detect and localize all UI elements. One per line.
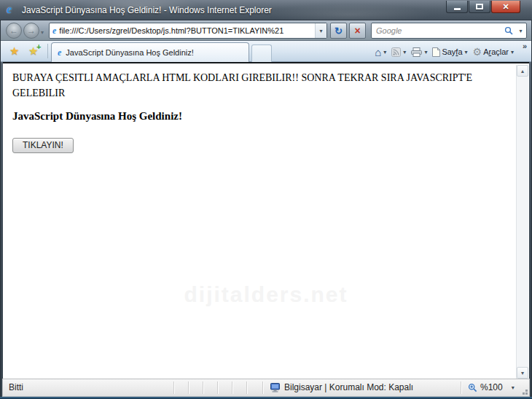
zoom-dropdown[interactable]: ▾ [512, 384, 515, 391]
toolbar-overflow-chevron[interactable]: » [523, 42, 527, 50]
close-icon: ✕ [502, 3, 509, 11]
page-content: BURAYA ÇESITLI AMAÇLARLA HTML KODLARI GI… [3, 62, 529, 379]
printer-icon [411, 47, 422, 57]
divider [173, 381, 174, 394]
resize-grip[interactable] [525, 392, 528, 395]
ie-logo-icon: e [7, 3, 12, 16]
address-bar[interactable]: e ▾ [49, 23, 327, 39]
status-bar: Bitti Bilgisayar | Korumalı Mod: Kapalı … [2, 379, 530, 397]
feeds-dropdown[interactable]: ▾ [403, 49, 406, 55]
tools-menu-dropdown[interactable]: ▾ [511, 49, 514, 55]
zone-label: Bilgisayar | Korumalı Mod: Kapalı [284, 382, 413, 392]
tiklayin-button[interactable]: TIKLAYIN! [12, 138, 74, 153]
window-controls: ✕ [445, 1, 520, 13]
tab-favicon-icon: e [58, 47, 61, 58]
page-favicon: e [52, 26, 56, 36]
scroll-down-icon[interactable]: ▾ [517, 367, 528, 379]
minimize-button[interactable] [446, 1, 468, 13]
page-menu-button[interactable]: Sayfa ▾ [431, 47, 469, 58]
add-favorite-icon[interactable]: ★+ [28, 44, 38, 58]
browser-window: e JavaScript Dünyasına Hoş Geldiniz! - W… [0, 0, 532, 399]
divider [262, 381, 263, 394]
print-button[interactable]: ▾ [410, 47, 429, 58]
minimize-icon [454, 8, 461, 10]
address-dropdown[interactable]: ▾ [315, 23, 326, 38]
home-button[interactable]: ⌂ ▾ [373, 46, 388, 58]
maximize-button[interactable] [469, 1, 490, 13]
address-input[interactable] [59, 26, 315, 35]
search-icon[interactable] [502, 26, 515, 35]
page-heading: JavaScript Dünyasına Hoş Geldiniz! [12, 110, 182, 123]
tab-bar: ★ ★+ e JavaScript Dünyasına Hoş Geldiniz… [1, 41, 531, 62]
divider [203, 381, 203, 394]
forward-button[interactable]: → [23, 23, 39, 39]
gear-icon: ⚙ [473, 47, 482, 57]
tab-label: JavaScript Dünyasına Hoş Geldiniz! [66, 48, 193, 57]
computer-icon [270, 383, 281, 392]
divider [232, 381, 232, 394]
close-button[interactable]: ✕ [491, 1, 520, 13]
security-zone[interactable]: Bilgisayar | Korumalı Mod: Kapalı [270, 382, 413, 392]
divider [47, 44, 48, 58]
refresh-button[interactable]: ↻ [330, 23, 347, 39]
rss-icon [391, 47, 401, 57]
home-dropdown[interactable]: ▾ [383, 49, 386, 55]
zoom-magnifier-icon [468, 383, 477, 392]
scroll-up-icon[interactable]: ▴ [517, 65, 528, 77]
watermark: dijitalders.net [3, 282, 529, 307]
status-text: Bitti [9, 382, 23, 392]
print-dropdown[interactable]: ▾ [424, 49, 427, 55]
history-dropdown[interactable]: ▾ [41, 29, 44, 36]
favorites-center-icon[interactable]: ★ [9, 44, 19, 58]
page-icon [432, 47, 440, 57]
zoom-level: %100 [480, 382, 503, 392]
maximize-icon [476, 4, 483, 9]
feeds-button[interactable]: ▾ [390, 47, 407, 58]
page-menu-label: Sayfa [442, 47, 462, 56]
zoom-control[interactable]: %100 ▾ [468, 382, 515, 392]
tools-menu-label: Araçlar [483, 47, 509, 56]
page-paragraph: BURAYA ÇESITLI AMAÇLARLA HTML KODLARI GI… [12, 70, 527, 101]
vertical-scrollbar[interactable]: ▴ ▾ [516, 65, 528, 379]
plus-icon: + [36, 42, 41, 51]
search-dropdown[interactable]: ▾ [515, 28, 526, 34]
home-icon: ⌂ [375, 47, 381, 58]
navigation-bar: ← → ▾ e ▾ ↻ × ▾ [1, 20, 531, 41]
search-input[interactable] [372, 26, 502, 35]
title-bar[interactable]: e JavaScript Dünyasına Hoş Geldiniz! - W… [0, 0, 532, 20]
tab-active[interactable]: e JavaScript Dünyasına Hoş Geldiniz! [51, 42, 249, 62]
divider [217, 381, 218, 394]
search-box[interactable]: ▾ [371, 23, 527, 39]
divider [246, 381, 247, 394]
divider [461, 381, 461, 394]
stop-button[interactable]: × [349, 23, 366, 39]
page-menu-dropdown[interactable]: ▾ [465, 49, 468, 55]
back-button[interactable]: ← [6, 23, 22, 39]
command-bar: ⌂ ▾ ▾ ▾ Sayfa ▾ [373, 44, 515, 60]
divider [188, 381, 189, 394]
window-title: JavaScript Dünyasına Hoş Geldiniz! - Win… [22, 5, 272, 15]
tools-menu-button[interactable]: ⚙ Araçlar ▾ [472, 46, 515, 58]
new-tab-button[interactable] [251, 44, 272, 62]
